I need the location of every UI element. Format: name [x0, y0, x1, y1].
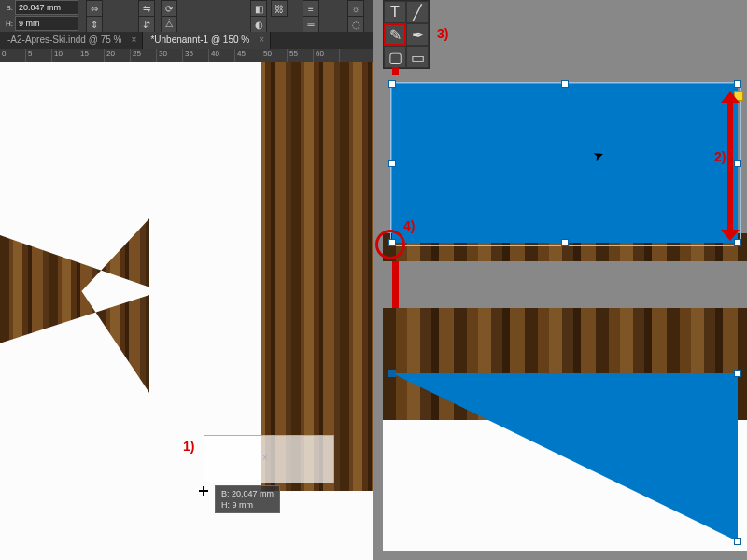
- blue-rectangle[interactable]: [392, 84, 738, 243]
- shear-icon[interactable]: ⧊: [161, 16, 177, 33]
- tab-apres-ski[interactable]: -A2-Apres-Ski.indd @ 75 % ×: [0, 32, 143, 49]
- tool-palette: T ╱ ✎ ✒ ▢ ▭: [383, 0, 430, 69]
- horizontal-ruler[interactable]: 0 5 10 15 20 25 30 35 40 45 50 55 60: [0, 49, 374, 63]
- tab-label: *Unbenannt-1 @ 150 %: [150, 35, 249, 45]
- document-tab-strip: -A2-Apres-Ski.indd @ 75 % × *Unbenannt-1…: [0, 32, 374, 49]
- constrain-link-icon[interactable]: ⛓: [271, 0, 288, 17]
- annotation-step-4: 4): [403, 218, 415, 233]
- anchor-left-icon[interactable]: ◧: [250, 0, 267, 17]
- selection-handle[interactable]: [388, 160, 396, 167]
- annotation-step-3: 3): [437, 26, 448, 41]
- tab-label: -A2-Apres-Ski.indd @ 75 %: [7, 35, 121, 45]
- ruler-tick-label: 10: [54, 49, 63, 58]
- right-column: T ╱ ✎ ✒ ▢ ▭ 3) ➤ 2): [383, 0, 747, 560]
- ruler-tick-label: 50: [263, 49, 272, 58]
- rectangle-frame-tool-icon[interactable]: ▢: [384, 46, 406, 68]
- annotation-step-2: 2): [714, 149, 726, 164]
- effects-icon[interactable]: ☼: [347, 0, 364, 17]
- width-input[interactable]: [15, 0, 78, 15]
- scale-y-toggle-icon[interactable]: ⇕: [86, 16, 103, 33]
- vertical-guide[interactable]: [204, 62, 204, 491]
- control-bar: B: H: ⇔ ⇕ ⇋ ⇵ ⟳ ⧊ ◧ ◐ ⛓ ≡ ═ ☼ ◌: [0, 0, 374, 33]
- flip-horizontal-icon[interactable]: ⇋: [138, 0, 155, 17]
- readout-height: H: 9 mm: [221, 499, 274, 511]
- ruler-tick-label: 30: [159, 49, 167, 58]
- flip-vertical-icon[interactable]: ⇵: [138, 16, 155, 33]
- height-label: H:: [2, 20, 15, 28]
- white-bottom-strip: [0, 491, 374, 560]
- red-circle-callout-icon: [375, 230, 405, 259]
- annotation-step-1: 1): [183, 439, 194, 454]
- ruler-tick-label: 60: [316, 49, 324, 58]
- frame-center-x-icon: ×: [262, 453, 268, 463]
- rectangle-tool-icon[interactable]: ▭: [406, 46, 429, 68]
- selection-handle[interactable]: [561, 239, 569, 246]
- readout-width: B: 20,047 mm: [221, 488, 274, 499]
- new-frame-being-drawn[interactable]: ×: [204, 435, 334, 483]
- ruler-tick-label: 55: [289, 49, 298, 58]
- rotate-icon[interactable]: ⟳: [161, 0, 177, 17]
- line-tool-icon[interactable]: ╱: [406, 1, 429, 23]
- ruler-tick-label: 20: [106, 49, 115, 58]
- ruler-tick-label: 40: [211, 49, 219, 58]
- document-canvas[interactable]: × B: 20,047 mm H: 9 mm 1): [0, 62, 374, 560]
- height-input[interactable]: [15, 16, 78, 31]
- tab-unbenannt[interactable]: *Unbenannt-1 @ 150 % ×: [143, 32, 271, 49]
- scale-x-toggle-icon[interactable]: ⇔: [86, 0, 103, 17]
- width-label: B:: [2, 4, 15, 12]
- snapshot-result: [383, 308, 747, 551]
- ruler-tick-label: 45: [237, 49, 246, 58]
- snapshot-step-2: ➤ 2) 4): [383, 75, 747, 261]
- anchor-point[interactable]: [734, 370, 741, 377]
- type-tool-icon[interactable]: T: [384, 1, 406, 23]
- crosshair-cursor-icon: [199, 486, 208, 496]
- opacity-icon[interactable]: ◌: [347, 16, 364, 33]
- stroke-style-icon[interactable]: ═: [303, 16, 319, 33]
- close-icon[interactable]: ×: [259, 32, 264, 49]
- ruler-tick-label: 0: [2, 49, 6, 58]
- selection-handle[interactable]: [734, 160, 741, 167]
- size-readout-tooltip: B: 20,047 mm H: 9 mm: [215, 485, 280, 513]
- left-indesign-window: B: H: ⇔ ⇕ ⇋ ⇵ ⟳ ⧊ ◧ ◐ ⛓ ≡ ═ ☼ ◌ -A2-Apre…: [0, 0, 374, 560]
- selection-handle[interactable]: [388, 80, 396, 88]
- pencil-tool-icon[interactable]: ✒: [406, 23, 429, 46]
- ruler-tick-label: 35: [185, 49, 193, 58]
- anchor-point[interactable]: [388, 370, 396, 377]
- anchor-point[interactable]: [734, 538, 741, 545]
- anchor-center-icon[interactable]: ◐: [250, 16, 267, 33]
- ruler-tick-label: 15: [80, 49, 89, 58]
- selection-handle[interactable]: [734, 80, 741, 88]
- stroke-weight-icon[interactable]: ≡: [303, 0, 319, 17]
- close-icon[interactable]: ×: [132, 32, 137, 49]
- selection-handle[interactable]: [561, 80, 569, 88]
- ruler-tick-label: 5: [28, 49, 32, 58]
- ruler-tick-label: 25: [133, 49, 141, 58]
- eyedropper-tool-icon[interactable]: ✎: [384, 23, 406, 46]
